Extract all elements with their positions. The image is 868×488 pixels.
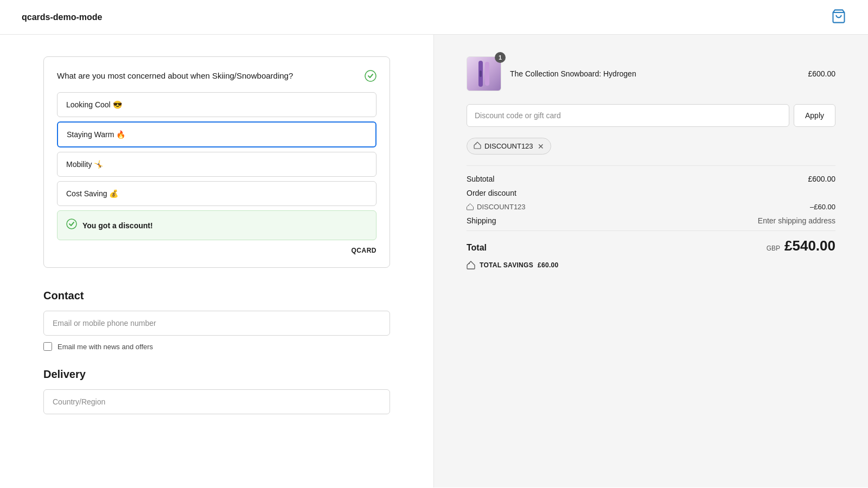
discount-code-row: Apply	[467, 104, 835, 127]
option-cost-saving[interactable]: Cost Saving 💰	[57, 181, 376, 206]
total-amount-group: GBP £540.00	[767, 237, 835, 254]
shipping-row: Shipping Enter shipping address	[467, 216, 835, 225]
svg-point-1	[365, 70, 376, 81]
option-label-mobility: Mobility 🤸	[66, 160, 103, 169]
discount-code-detail-label: DISCOUNT123	[467, 203, 526, 211]
email-field[interactable]	[43, 311, 390, 336]
discount-tag-code: DISCOUNT123	[484, 142, 533, 150]
qcard-brand: QCARD	[57, 247, 376, 254]
svg-point-7	[468, 205, 469, 206]
product-price: £600.00	[808, 69, 835, 78]
email-newsletter-label: Email me with news and offers	[58, 343, 153, 351]
qcard-widget: What are you most concerned about when S…	[43, 56, 390, 268]
option-label-staying-warm: Staying Warm 🔥	[67, 130, 125, 139]
discount-tag-close[interactable]: ✕	[538, 142, 544, 151]
total-label: Total	[467, 243, 487, 253]
email-newsletter-checkbox[interactable]	[43, 342, 52, 351]
option-label-cost-saving: Cost Saving 💰	[66, 189, 118, 198]
discount-banner: You got a discount!	[57, 210, 376, 240]
subtotal-label: Subtotal	[467, 175, 494, 183]
order-item: 1 The Collection Snowboard: Hydrogen £60…	[467, 56, 835, 91]
total-currency: GBP	[767, 245, 780, 252]
savings-value: £60.00	[538, 261, 559, 269]
delivery-title: Delivery	[43, 368, 390, 381]
contact-title: Contact	[43, 290, 390, 302]
option-label-looking-cool: Looking Cool 😎	[66, 100, 122, 109]
logo: qcards-demo-mode	[22, 12, 102, 22]
total-value: £540.00	[784, 237, 835, 254]
svg-point-6	[476, 144, 477, 145]
right-panel: 1 The Collection Snowboard: Hydrogen £60…	[434, 35, 868, 487]
discount-code-value: –£60.00	[810, 203, 835, 211]
qcard-check-icon	[365, 70, 376, 85]
shipping-value: Enter shipping address	[758, 216, 835, 225]
product-badge: 1	[495, 52, 506, 63]
discount-check-icon	[66, 219, 77, 232]
svg-point-8	[469, 263, 470, 264]
svg-point-2	[67, 219, 76, 229]
order-discount-label: Order discount	[467, 189, 516, 197]
total-final-row: Total GBP £540.00	[467, 230, 835, 254]
discount-tag-icon	[474, 142, 481, 151]
discount-code-detail-row: DISCOUNT123 –£60.00	[467, 203, 835, 211]
email-newsletter-row: Email me with news and offers	[43, 342, 390, 351]
qcard-question: What are you most concerned about when S…	[57, 70, 293, 81]
product-image-wrapper: 1	[467, 56, 501, 91]
country-region-field[interactable]	[43, 389, 390, 414]
order-discount-row: Order discount	[467, 189, 835, 197]
left-panel: What are you most concerned about when S…	[0, 35, 434, 487]
discount-code-input[interactable]	[467, 104, 789, 127]
header: qcards-demo-mode	[0, 0, 868, 35]
totals-section: Subtotal £600.00 Order discount DISCOUNT…	[467, 165, 835, 269]
option-looking-cool[interactable]: Looking Cool 😎	[57, 92, 376, 117]
cart-button[interactable]	[831, 9, 846, 25]
delivery-section: Delivery	[43, 368, 390, 421]
product-image	[467, 56, 501, 91]
main-layout: What are you most concerned about when S…	[0, 35, 868, 487]
discount-code-name: DISCOUNT123	[477, 203, 526, 211]
apply-button[interactable]: Apply	[794, 104, 835, 127]
subtotal-value: £600.00	[808, 175, 835, 183]
contact-section: Contact Email me with news and offers	[43, 290, 390, 351]
savings-label: TOTAL SAVINGS	[480, 261, 533, 269]
option-mobility[interactable]: Mobility 🤸	[57, 152, 376, 177]
product-name: The Collection Snowboard: Hydrogen	[510, 69, 799, 78]
subtotal-row: Subtotal £600.00	[467, 175, 835, 183]
svg-rect-4	[485, 62, 489, 86]
option-staying-warm[interactable]: Staying Warm 🔥	[57, 121, 376, 147]
discount-tag: DISCOUNT123 ✕	[467, 138, 551, 155]
savings-row: TOTAL SAVINGS £60.00	[467, 261, 835, 269]
discount-banner-text: You got a discount!	[82, 221, 153, 230]
svg-rect-5	[480, 70, 482, 77]
shipping-label: Shipping	[467, 216, 496, 225]
